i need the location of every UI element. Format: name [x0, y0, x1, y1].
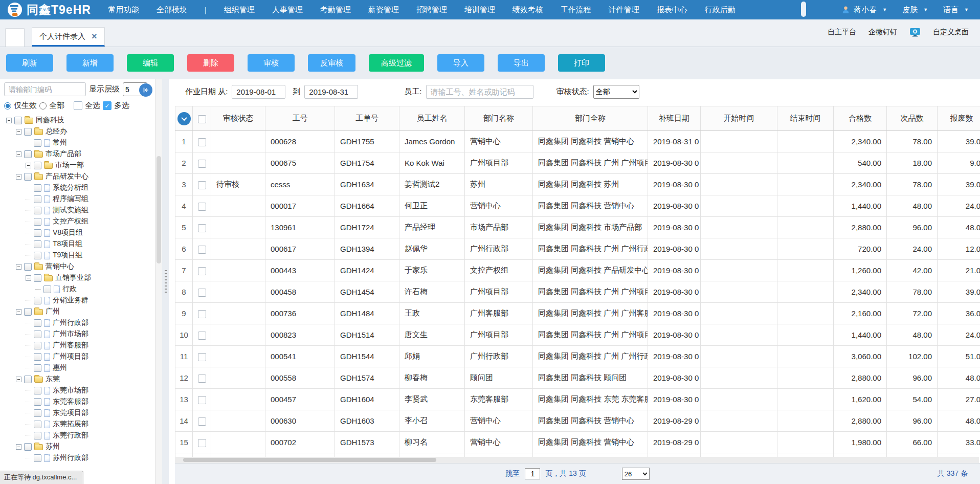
employee-search-input[interactable]	[426, 85, 533, 99]
nav-item[interactable]: 培训管理	[464, 5, 495, 15]
desktop-gear-icon[interactable]	[909, 28, 921, 37]
user-menu[interactable]: 蒋小春 ▼	[841, 5, 887, 15]
tree-label[interactable]: 市场一部	[55, 161, 84, 170]
tree-row[interactable]: 东莞拓展部	[4, 419, 152, 430]
row-checkbox[interactable]	[198, 375, 206, 383]
tree-row[interactable]: 东莞项目部	[4, 407, 152, 419]
tree-collapse-icon[interactable]	[16, 377, 21, 382]
tree-row[interactable]: 苏州	[4, 441, 152, 452]
tree-checkbox[interactable]	[34, 353, 41, 361]
column-header[interactable]: 部门名称	[465, 106, 533, 131]
tree-row[interactable]: 东莞	[4, 373, 152, 385]
tree-label[interactable]: 测试实施组	[53, 206, 88, 215]
tree-row[interactable]: 东莞客服部	[4, 396, 152, 407]
toolbar-button[interactable]: 反审核	[308, 54, 355, 72]
tree-row[interactable]: 常州	[4, 137, 152, 148]
tree-label[interactable]: V8项目组	[53, 228, 83, 237]
tree-checkbox[interactable]	[24, 173, 32, 181]
row-checkbox-cell[interactable]	[193, 260, 211, 281]
tree-collapse-icon[interactable]	[16, 444, 21, 450]
row-checkbox-cell[interactable]	[193, 217, 211, 238]
tree-checkbox[interactable]	[34, 274, 41, 282]
column-header[interactable]: 开始时间	[701, 106, 777, 131]
language-menu[interactable]: 语言 ▼	[943, 5, 969, 15]
tree-row[interactable]: T9项目组	[4, 250, 152, 261]
row-checkbox-cell[interactable]	[193, 303, 211, 324]
page-size-select[interactable]: 26	[622, 468, 650, 480]
row-checkbox[interactable]	[198, 289, 206, 297]
tree-label[interactable]: 东莞拓展部	[53, 420, 88, 429]
column-header[interactable]: 员工姓名	[399, 106, 465, 131]
tree-label[interactable]: 东莞市场部	[53, 386, 88, 395]
row-checkbox[interactable]	[198, 138, 206, 146]
column-header[interactable]: 次品数	[887, 106, 938, 131]
tree-label[interactable]: 苏州	[46, 442, 60, 451]
radio-effective-only[interactable]	[4, 102, 11, 109]
toolbar-button[interactable]: 编辑	[127, 54, 174, 72]
tree-label[interactable]: 分销业务群	[53, 296, 88, 305]
tree-row[interactable]: 广州客服部	[4, 340, 152, 351]
tree-row[interactable]: 直销事业部	[4, 272, 152, 283]
row-checkbox[interactable]	[198, 203, 206, 211]
nav-item[interactable]: 报表中心	[657, 5, 687, 15]
row-checkbox[interactable]	[198, 353, 206, 361]
toolbar-button[interactable]: 导出	[498, 54, 545, 72]
tree-row[interactable]: 市场一部	[4, 160, 152, 171]
horizontal-scrollbar[interactable]	[175, 457, 979, 463]
tree-row[interactable]: 市场产品部	[4, 148, 152, 160]
header-checkbox-cell[interactable]	[193, 106, 211, 131]
row-checkbox-cell[interactable]	[193, 367, 211, 389]
column-header[interactable]: 工号	[265, 106, 335, 131]
tree-checkbox[interactable]	[34, 184, 41, 192]
header-menu-cell[interactable]	[175, 106, 193, 131]
tree-checkbox[interactable]	[34, 454, 41, 462]
tree-row[interactable]: 东莞市场部	[4, 385, 152, 396]
toolbar-button[interactable]: 高级过滤	[369, 54, 424, 72]
row-checkbox[interactable]	[198, 417, 206, 426]
tree-checkbox[interactable]	[34, 139, 41, 147]
nav-item[interactable]: 常用功能	[108, 5, 139, 15]
tree-collapse-icon[interactable]	[16, 151, 21, 157]
row-checkbox-cell[interactable]	[193, 281, 211, 303]
tree-checkbox[interactable]	[34, 252, 41, 259]
tree-collapse-icon[interactable]	[16, 309, 21, 315]
nav-item[interactable]: 人事管理	[272, 5, 303, 15]
toolbar-button[interactable]: 刷新	[6, 54, 53, 72]
tree-checkbox[interactable]	[34, 162, 41, 169]
tree-label[interactable]: 同鑫科技	[36, 116, 64, 125]
splitter-grip-icon[interactable]	[165, 270, 167, 294]
row-checkbox-cell[interactable]	[193, 152, 211, 174]
tree-row[interactable]: V8项目组	[4, 227, 152, 238]
link-wecom-dingtalk[interactable]: 企微钉钉	[868, 28, 897, 37]
tree-collapse-icon[interactable]	[6, 118, 12, 123]
tree-collapse-icon[interactable]	[16, 264, 21, 270]
tree-row[interactable]: 广州项目部	[4, 351, 152, 362]
nav-item[interactable]: 招聘管理	[416, 5, 447, 15]
tab-blank[interactable]	[5, 28, 25, 47]
tree-label[interactable]: 东莞客服部	[53, 397, 88, 406]
column-menu-button[interactable]	[177, 112, 191, 125]
tree-label[interactable]: T9项目组	[53, 251, 82, 260]
close-icon[interactable]: ×	[92, 32, 97, 41]
tree-label[interactable]: 市场产品部	[46, 149, 81, 159]
tree-row[interactable]: 同鑫科技	[4, 115, 152, 126]
nav-item[interactable]: 工作流程	[561, 5, 591, 15]
column-header[interactable]: 审核状态	[211, 106, 265, 131]
tree-row[interactable]: 惠州	[4, 362, 152, 373]
tree-label[interactable]: 广州客服部	[53, 341, 88, 350]
tree-checkbox[interactable]	[34, 421, 41, 428]
tree-row[interactable]: 苏州行政部	[4, 452, 152, 464]
column-header[interactable]: 部门全称	[533, 106, 648, 131]
tree-label[interactable]: 广州	[46, 307, 60, 316]
column-header[interactable]: 工单号	[335, 106, 399, 131]
tree-label[interactable]: 广州项目部	[53, 352, 88, 361]
row-checkbox[interactable]	[198, 396, 206, 404]
toolbar-button[interactable]: 新增	[66, 54, 114, 72]
tree-checkbox[interactable]	[34, 398, 41, 406]
nav-item[interactable]: 考勤管理	[320, 5, 351, 15]
row-checkbox-cell[interactable]	[193, 346, 211, 367]
tree-label[interactable]: 产品研发中心	[46, 172, 88, 181]
tree-row[interactable]: 分销业务群	[4, 295, 152, 306]
tree-label[interactable]: 文控产权组	[53, 217, 88, 226]
tree-label[interactable]: 东莞行政部	[53, 431, 88, 440]
